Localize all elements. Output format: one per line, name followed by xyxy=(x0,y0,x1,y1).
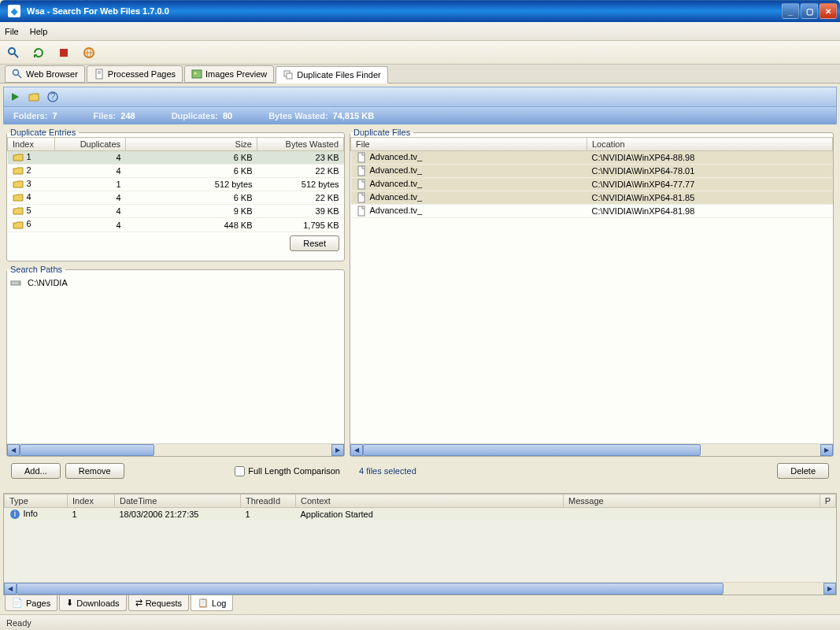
files-legend: Duplicate Files xyxy=(350,128,413,137)
col-index[interactable]: Index xyxy=(8,138,55,151)
selection-info: 4 files selected xyxy=(354,463,421,479)
close-button[interactable]: ✕ xyxy=(820,3,837,19)
table-row[interactable]: 146 KB23 KB xyxy=(8,151,344,165)
bottab-log[interactable]: 📋Log xyxy=(191,595,233,611)
minimize-button[interactable]: _ xyxy=(782,3,799,19)
col-duplicates[interactable]: Duplicates xyxy=(55,138,126,151)
files-label: Files: xyxy=(94,111,117,120)
stop-icon[interactable] xyxy=(55,44,72,61)
col-p[interactable]: P xyxy=(820,495,835,508)
files-hscroll[interactable]: ◀▶ xyxy=(350,443,833,456)
col-datetime[interactable]: DateTime xyxy=(115,495,241,508)
table-row[interactable]: Advanced.tv_C:\NVIDIA\WinXP64-81.85 xyxy=(351,191,833,205)
search-icon[interactable] xyxy=(5,44,22,61)
tab-web-browser[interactable]: Web Browser xyxy=(5,65,85,83)
maximize-button[interactable]: ▢ xyxy=(801,3,818,19)
image-icon xyxy=(191,69,202,80)
search-paths-panel: Search Paths C:\NVIDIA ◀▶ xyxy=(6,265,345,457)
svg-line-5 xyxy=(18,75,21,78)
window-controls: _ ▢ ✕ xyxy=(782,3,837,19)
svg-text:?: ? xyxy=(50,91,55,101)
folder-icon xyxy=(13,192,24,203)
table-row[interactable]: 246 KB22 KB xyxy=(8,165,344,178)
table-row[interactable]: Advanced.tv_C:\NVIDIA\WinXP64-77.77 xyxy=(351,178,833,191)
folder-icon xyxy=(13,206,24,217)
table-row[interactable]: Advanced.tv_C:\NVIDIA\WinXP64-78.01 xyxy=(351,165,833,178)
main-toolbar xyxy=(0,41,840,65)
paths-hscroll[interactable]: ◀▶ xyxy=(7,443,344,456)
duplicate-files-panel: Duplicate Files File Location Advanced.t… xyxy=(350,128,834,457)
table-row[interactable]: Advanced.tv_C:\NVIDIA\WinXP64-81.98 xyxy=(351,205,833,218)
folder-icon xyxy=(13,220,24,231)
files-grid[interactable]: File Location Advanced.tv_C:\NVIDIA\WinX… xyxy=(350,137,833,443)
table-row[interactable]: Advanced.tv_C:\NVIDIA\WinXP64-88.98 xyxy=(351,151,833,165)
table-row[interactable]: 446 KB22 KB xyxy=(8,191,344,205)
bottab-requests[interactable]: ⇄Requests xyxy=(128,595,189,611)
tab-processed-pages[interactable]: Processed Pages xyxy=(87,65,183,83)
remove-button[interactable]: Remove xyxy=(65,463,124,479)
col-wasted[interactable]: Bytes Wasted xyxy=(257,138,344,151)
svg-rect-2 xyxy=(60,49,68,57)
tab-images-preview[interactable]: Images Preview xyxy=(184,65,274,83)
status-text: Ready xyxy=(6,618,31,628)
menu-file[interactable]: File xyxy=(5,27,19,36)
titlebar: ◈ Wsa - Search For Web Files 1.7.0.0 _ ▢… xyxy=(0,0,840,22)
refresh-icon[interactable] xyxy=(30,44,47,61)
svg-rect-12 xyxy=(287,73,292,79)
globe-icon[interactable] xyxy=(80,44,98,61)
info-icon: i xyxy=(9,509,20,520)
svg-point-16 xyxy=(18,283,20,284)
bottom-tabs: 📄Pages ⬇Downloads ⇄Requests 📋Log xyxy=(0,595,840,614)
paths-legend: Search Paths xyxy=(7,265,65,274)
col-type[interactable]: Type xyxy=(5,495,68,508)
duplicates-label: Duplicates: xyxy=(172,111,218,120)
table-row[interactable]: iInfo118/03/2006 21:27:351Application St… xyxy=(5,508,836,521)
request-icon: ⇄ xyxy=(135,598,142,608)
col-location[interactable]: Location xyxy=(587,138,833,151)
duplicates-value: 80 xyxy=(223,111,232,120)
bottab-pages[interactable]: 📄Pages xyxy=(5,595,57,611)
files-value: 248 xyxy=(120,111,135,120)
open-icon[interactable] xyxy=(28,91,40,103)
delete-button[interactable]: Delete xyxy=(777,463,829,479)
bottab-downloads[interactable]: ⬇Downloads xyxy=(59,595,126,611)
menu-help[interactable]: Help xyxy=(30,27,48,36)
tab-duplicate-finder[interactable]: Duplicate Files Finder xyxy=(276,66,387,83)
stats-bar: Folders: 7 Files: 248 Duplicates: 80 Byt… xyxy=(3,107,837,124)
list-item[interactable]: C:\NVIDIA xyxy=(10,277,341,288)
svg-rect-6 xyxy=(96,69,102,79)
play-icon[interactable] xyxy=(9,91,21,103)
svg-rect-19 xyxy=(358,180,364,189)
col-message[interactable]: Message xyxy=(564,495,820,508)
paths-list[interactable]: C:\NVIDIA xyxy=(7,274,344,443)
svg-rect-17 xyxy=(358,153,364,162)
file-icon xyxy=(356,206,367,217)
add-button[interactable]: Add... xyxy=(11,463,61,479)
panel-toolbar: ? xyxy=(3,87,837,107)
full-length-input[interactable] xyxy=(235,466,245,476)
col-size[interactable]: Size xyxy=(126,138,257,151)
col-log-index[interactable]: Index xyxy=(68,495,115,508)
svg-rect-9 xyxy=(192,70,202,78)
folder-icon xyxy=(13,165,24,176)
table-row[interactable]: 31512 bytes512 bytes xyxy=(8,178,344,191)
file-icon xyxy=(356,165,367,176)
col-threadid[interactable]: ThreadId xyxy=(241,495,296,508)
entries-legend: Duplicate Entries xyxy=(7,128,79,137)
folders-value: 7 xyxy=(52,111,57,120)
svg-rect-20 xyxy=(358,193,364,202)
path-text: C:\NVIDIA xyxy=(28,278,68,287)
statusbar: Ready xyxy=(0,614,840,630)
help-icon[interactable]: ? xyxy=(46,91,59,103)
log-hscroll[interactable]: ◀▶ xyxy=(4,582,836,595)
table-row[interactable]: 64448 KB1,795 KB xyxy=(8,218,344,232)
page-icon xyxy=(94,69,105,80)
col-file[interactable]: File xyxy=(351,138,587,151)
table-row[interactable]: 549 KB39 KB xyxy=(8,205,344,218)
log-icon: 📋 xyxy=(198,598,209,608)
reset-button[interactable]: Reset xyxy=(290,235,339,251)
log-grid[interactable]: Type Index DateTime ThreadId Context Mes… xyxy=(4,494,836,582)
entries-grid[interactable]: Index Duplicates Size Bytes Wasted 146 K… xyxy=(7,137,344,232)
col-context[interactable]: Context xyxy=(296,495,564,508)
full-length-checkbox[interactable]: Full Length Comparison xyxy=(235,466,340,476)
